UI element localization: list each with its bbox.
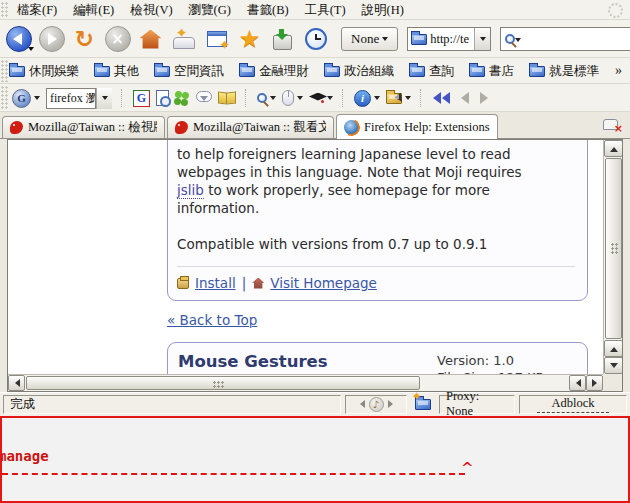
bookmark-label: 其他 — [114, 63, 139, 80]
menu-bookmarks[interactable]: 書籤(B) — [239, 0, 297, 21]
visit-homepage-link[interactable]: Visit Homepage — [270, 274, 377, 292]
googlebar-toolbar: G firefox 瀏 G i — [0, 84, 630, 112]
scroll-left-button-right[interactable] — [569, 375, 586, 391]
google-query-value[interactable]: firefox 瀏 — [46, 88, 96, 109]
horizontal-scrollbar[interactable] — [8, 374, 603, 391]
mouse-gesture-button[interactable] — [282, 90, 303, 106]
horizontal-scroll-thumb[interactable] — [26, 376, 420, 390]
vertical-scroll-thumb[interactable] — [605, 158, 622, 339]
google-groups-button[interactable] — [196, 91, 212, 105]
bookmark-folder-bookstore[interactable]: 書店 — [469, 63, 514, 80]
caret-marker: ^ — [461, 459, 474, 477]
history-button[interactable] — [299, 23, 332, 56]
bookmark-folder-space-info[interactable]: 空間資訊 — [154, 63, 224, 80]
bookmark-folder-search[interactable]: 查詢 — [409, 63, 454, 80]
body-text: webpages in this language. Note that Moj… — [177, 163, 575, 181]
feeling-lucky-button[interactable] — [175, 95, 190, 102]
media-next-icon[interactable] — [388, 400, 397, 408]
extension-version: Version: 1.0 — [437, 352, 544, 369]
address-bar[interactable]: http://te — [407, 27, 491, 51]
menu-edit[interactable]: 編輯(E) — [65, 0, 122, 21]
toolbar-grippy[interactable] — [1, 2, 8, 18]
install-link[interactable]: Install — [195, 274, 236, 292]
right-arrow-icon — [480, 92, 488, 104]
back-dropdown-arrow[interactable] — [28, 47, 34, 54]
google-g-icon: G — [133, 90, 150, 107]
music-note-icon[interactable]: ♪ — [369, 397, 384, 412]
toolbar-grippy[interactable] — [1, 60, 8, 82]
forward-button[interactable] — [35, 23, 68, 56]
downloads-button[interactable] — [266, 23, 299, 56]
scroll-up-button[interactable] — [604, 140, 623, 157]
google-search-combo[interactable]: firefox 瀏 — [46, 88, 112, 109]
new-tab-button[interactable]: ✦ — [167, 23, 200, 56]
scroll-down-button[interactable] — [604, 357, 623, 374]
google-search-button[interactable]: G — [133, 90, 150, 107]
bookmark-folder-standard[interactable]: 就是標準 — [529, 63, 599, 80]
bookmark-folder-other[interactable]: 其他 — [94, 63, 139, 80]
page-search-icon — [156, 90, 169, 106]
menu-bar: 檔案(F) 編輯(E) 檢視(V) 瀏覽(G) 書籤(B) 工具(T) 說明(H… — [0, 0, 630, 20]
tab-title: Firefox Help: Extensions — [364, 120, 490, 135]
media-control-panel[interactable]: ♪ — [345, 395, 407, 414]
media-prev-icon[interactable] — [356, 400, 365, 408]
proxy-status-panel[interactable]: Proxy: None — [439, 395, 515, 414]
highlight-next-button[interactable] — [480, 92, 488, 104]
close-tab-button[interactable]: × — [603, 119, 623, 133]
stop-button[interactable]: × — [101, 23, 134, 56]
search-site-button[interactable] — [156, 90, 169, 106]
scroll-left-button[interactable] — [8, 375, 25, 391]
home-button[interactable] — [134, 23, 167, 56]
reload-button[interactable]: ↻ — [68, 23, 101, 56]
highlight-prev-button[interactable] — [461, 92, 469, 104]
menu-go[interactable]: 瀏覽(G) — [181, 0, 239, 21]
tab-mozilla-taiwan-article[interactable]: Mozilla@Taiwan :: 觀看文章 - [... — [167, 116, 334, 138]
bookmark-group-dropdown[interactable]: None — [341, 27, 398, 51]
jslib-link[interactable]: jslib — [177, 182, 204, 199]
page-viewport: is a Japanese dictionary lookup tool for… — [7, 139, 623, 392]
menu-help[interactable]: 說明(H) — [354, 0, 412, 21]
highlight-prev-all-button[interactable] — [432, 92, 450, 104]
scholar-button[interactable] — [309, 93, 333, 104]
new-window-button[interactable]: ✦ — [200, 23, 233, 56]
adblock-status-panel[interactable]: Adblock — [519, 395, 627, 414]
bookmark-folder-entertainment[interactable]: 休閒娛樂 — [9, 63, 79, 80]
tab-firefox-help-extensions[interactable]: Firefox Help: Extensions — [336, 114, 498, 139]
address-dropdown-button[interactable] — [474, 28, 490, 50]
search-bar[interactable] — [500, 27, 630, 51]
highlight-button[interactable] — [257, 93, 276, 103]
bookmark-folder-finance[interactable]: 金融理財 — [239, 63, 309, 80]
toolbar-grippy[interactable] — [1, 86, 8, 110]
bookmark-folder-politics[interactable]: 政治組織 — [324, 63, 394, 80]
status-text: 完成 — [10, 396, 35, 413]
divider — [177, 266, 575, 267]
google-query-dropdown[interactable] — [96, 88, 112, 109]
address-value[interactable]: http://te — [427, 32, 474, 47]
dictionary-button[interactable] — [218, 92, 236, 104]
search-icon — [505, 34, 515, 44]
toolbar-separator — [420, 89, 423, 107]
page-info-button[interactable]: i — [354, 90, 380, 107]
back-button[interactable] — [2, 23, 35, 56]
toolbar-separator — [342, 89, 345, 107]
extension-statusbar-button[interactable]: ✦ — [411, 395, 435, 414]
back-to-top-link[interactable]: « Back to Top — [167, 312, 257, 328]
google-menu-button[interactable]: G — [12, 89, 40, 108]
vertical-scrollbar[interactable] — [603, 140, 622, 374]
clover-icon — [175, 90, 183, 98]
bookmarks-overflow-chevron[interactable]: » — [615, 63, 630, 79]
menu-tools[interactable]: 工具(T) — [297, 0, 354, 21]
scroll-right-button[interactable] — [586, 375, 603, 391]
search-engine-dropdown-icon[interactable] — [515, 38, 521, 45]
tab-mozilla-taiwan-board[interactable]: Mozilla@Taiwan :: 檢視版面 - ... — [2, 116, 165, 138]
menu-file[interactable]: 檔案(F) — [9, 0, 65, 21]
body-text: jslib to work properly, see homepage for… — [177, 181, 575, 199]
menu-view[interactable]: 檢視(V) — [122, 0, 180, 21]
folder-select-button[interactable] — [386, 93, 411, 104]
search-input[interactable] — [523, 32, 630, 47]
folder-icon — [9, 66, 25, 77]
bookmark-button[interactable]: ★ — [233, 23, 266, 56]
new-tab-icon: ✦ — [173, 37, 195, 49]
scroll-up-button-bottom[interactable] — [604, 340, 623, 357]
magnifier-plus-icon — [257, 93, 267, 103]
